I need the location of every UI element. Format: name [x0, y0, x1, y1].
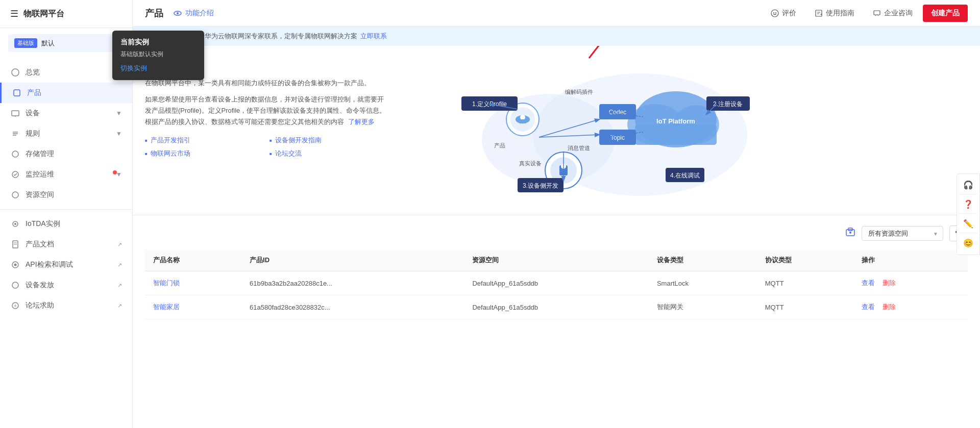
rating-label: 评价: [782, 9, 796, 18]
svg-point-42: [520, 115, 525, 120]
product-name-link-1[interactable]: 智能门锁: [153, 279, 180, 287]
product-protocol-1: MQTT: [757, 271, 853, 295]
create-product-button[interactable]: 创建产品: [923, 5, 968, 22]
sidebar-label-doc: 产品文档: [26, 240, 112, 249]
device-arrow-icon: ▼: [116, 110, 122, 117]
sidebar-item-release[interactable]: 设备发放 ↗: [0, 275, 132, 295]
storage-icon: [10, 149, 20, 159]
sidebar-item-resource[interactable]: 资源空间: [0, 185, 132, 205]
col-actions: 操作: [853, 249, 968, 271]
col-device-type: 设备类型: [649, 249, 757, 271]
feature-intro-text: 功能介绍: [185, 9, 214, 18]
diagram-svg: IoT Platform Codec: [405, 58, 752, 201]
link-iot-market[interactable]: 物联网云市场: [145, 149, 265, 158]
guide-action[interactable]: 使用指南: [815, 9, 854, 18]
sidebar-label-iotda: IoTDA实例: [26, 219, 122, 229]
sidebar-label-resource: 资源空间: [26, 190, 122, 199]
sidebar-label-monitor: 监控运维: [26, 170, 111, 179]
delete-btn-1[interactable]: 删除: [883, 279, 896, 287]
product-id-1: 61b9ba3a2b2aa20288c1e...: [241, 271, 464, 295]
help-tool-button[interactable]: ❓: [959, 195, 977, 214]
svg-rect-43: [519, 119, 527, 123]
link-device-guide[interactable]: 设备侧开发指南: [270, 136, 390, 145]
tooltip-sub: 基础版默认实例: [120, 50, 196, 59]
col-product-id: 产品ID: [241, 249, 464, 271]
svg-text:真实设备: 真实设备: [519, 160, 542, 166]
svg-rect-1: [14, 90, 20, 96]
link-product-dev[interactable]: 产品开发指引: [145, 136, 265, 145]
col-product-name: 产品名称: [145, 249, 241, 271]
instance-badge: 基础版: [14, 38, 37, 48]
doc-link-icon: ↗: [117, 241, 122, 248]
list-header: 所有资源空间: [145, 225, 968, 241]
guide-label: 使用指南: [826, 9, 854, 18]
content-area: 功能介绍 在物联网平台中，某一类具有相同能力或特征的设备的合集被称为一款产品。 …: [133, 46, 980, 428]
sidebar-item-forum[interactable]: + 论坛求助 ↗: [0, 295, 132, 316]
svg-text:3.设备侧开发: 3.设备侧开发: [523, 182, 558, 189]
product-actions-2: 查看 删除: [853, 295, 968, 319]
svg-rect-37: [635, 124, 717, 145]
product-name-link-2[interactable]: 智能家居: [153, 303, 180, 311]
sidebar-header: ☰ 物联网平台: [0, 0, 132, 28]
link-forum[interactable]: 论坛交流: [270, 149, 390, 158]
product-list-section: 所有资源空间 产品名称 产品ID 资源空间 设备类型 协议类型 操作: [133, 215, 980, 428]
resource-space-selector[interactable]: 所有资源空间: [862, 226, 943, 241]
api-link-icon: ↗: [117, 262, 122, 268]
sidebar-item-monitor[interactable]: 监控运维 ▼: [0, 164, 132, 185]
instance-text: 默认: [41, 39, 55, 48]
right-tools-panel: 🎧 ❓ ✏️ 😊: [957, 173, 980, 255]
svg-rect-2: [12, 111, 19, 116]
svg-point-16: [14, 264, 17, 266]
svg-text:产品: 产品: [494, 142, 505, 148]
overview-icon: [10, 67, 20, 78]
svg-point-9: [12, 192, 18, 198]
sidebar-label-product: 产品: [27, 88, 122, 97]
svg-text:编解码插件: 编解码插件: [565, 89, 593, 95]
view-btn-1[interactable]: 查看: [862, 279, 875, 287]
consult-action[interactable]: 企业咨询: [873, 9, 913, 18]
hamburger-icon[interactable]: ☰: [10, 8, 18, 19]
sidebar-item-device[interactable]: 设备 ▼: [0, 103, 132, 123]
banner-link[interactable]: 立即联系: [360, 32, 387, 41]
feature-intro-link[interactable]: 功能介绍: [174, 9, 214, 18]
rating-action[interactable]: 评价: [771, 9, 796, 18]
feedback-tool-button[interactable]: 😊: [959, 234, 977, 253]
sidebar-item-rule[interactable]: 规则 ▼: [0, 123, 132, 144]
sidebar-item-storage[interactable]: 存储管理: [0, 144, 132, 164]
svg-line-71: [589, 46, 676, 58]
instance-tooltip: 当前实例 基础版默认实例 切换实例: [112, 31, 204, 80]
svg-point-0: [12, 69, 19, 76]
main-content: 产品 功能介绍 评价 使用指南 企业咨询 创建产品 欢迎企业客户与我们华为云物联…: [133, 0, 980, 428]
sidebar-nav: 总览 产品 设备 ▼ 规则 ▼ 存储管理: [0, 58, 132, 428]
page-title: 产品: [145, 7, 163, 19]
nav-divider-1: [0, 209, 132, 210]
rule-icon: [10, 129, 20, 139]
svg-rect-29: [874, 11, 880, 15]
sidebar-item-doc[interactable]: 产品文档 ↗: [0, 234, 132, 255]
resource-space-select[interactable]: 所有资源空间: [862, 226, 943, 241]
learn-more-link[interactable]: 了解更多: [348, 118, 375, 125]
consult-label: 企业咨询: [884, 9, 913, 18]
promotion-banner: 欢迎企业客户与我们华为云物联网深专家联系，定制专属物联网解决方案 立即联系: [133, 27, 980, 46]
support-tool-button[interactable]: 🎧: [959, 176, 977, 194]
delete-btn-2[interactable]: 删除: [883, 303, 896, 311]
switch-instance-link[interactable]: 切换实例: [120, 64, 196, 73]
sidebar-item-product[interactable]: 产品: [0, 83, 132, 103]
monitor-icon: [10, 169, 20, 180]
svg-point-22: [771, 10, 778, 17]
sidebar-item-iotda[interactable]: IoTDA实例: [0, 214, 132, 234]
svg-point-24: [775, 12, 776, 13]
instance-selector[interactable]: 基础版 默认: [8, 34, 124, 52]
edit-tool-button[interactable]: ✏️: [959, 215, 977, 233]
svg-point-7: [12, 151, 18, 157]
sidebar-label-overview: 总览: [26, 68, 122, 77]
table-row: 智能门锁 61b9ba3a2b2aa20288c1e... DefaultApp…: [145, 271, 968, 295]
forum-icon: +: [10, 300, 20, 311]
sidebar-item-api[interactable]: API检索和调试 ↗: [0, 255, 132, 275]
view-btn-2[interactable]: 查看: [862, 303, 875, 311]
sidebar-label-release: 设备发放: [26, 281, 112, 290]
tooltip-title: 当前实例: [120, 38, 196, 47]
sidebar-label-api: API检索和调试: [26, 260, 112, 269]
rule-arrow-icon: ▼: [116, 130, 122, 137]
svg-point-75: [849, 232, 851, 234]
